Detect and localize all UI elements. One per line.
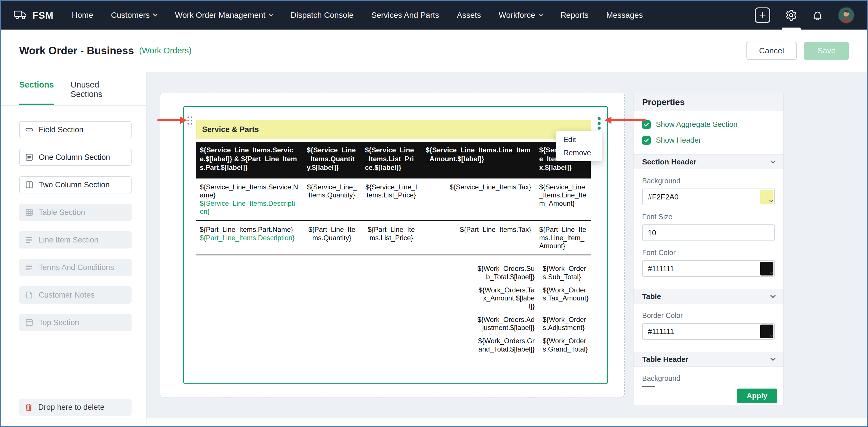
checkbox-checked-icon [642, 120, 651, 129]
apply-bar: Apply [633, 387, 783, 405]
aggregate-value: ${Work_Orders.Tax_Amount} [542, 286, 591, 311]
section-card-label: Customer Notes [39, 291, 95, 300]
table-cell: ${Service_Line_Items.List_Price} [361, 178, 422, 220]
template-page: Service & Parts Edit Remove [160, 93, 625, 397]
nav-item-reports[interactable]: Reports [560, 10, 589, 20]
cancel-button[interactable]: Cancel [746, 41, 797, 60]
quick-create-button[interactable]: + [755, 7, 770, 23]
top-nav: FSM Home Customers Work Order Management… [1, 1, 867, 30]
tab-sections[interactable]: Sections [19, 80, 54, 105]
field-label: Font Size [642, 212, 775, 221]
section-card-label: Table Section [39, 208, 85, 217]
table-header-cell: ${Service_Line_Items.Service.$[label]} &… [196, 142, 303, 178]
terms-and-conditions-icon [25, 263, 34, 272]
font-size-input[interactable] [642, 224, 775, 241]
chevron-down-icon [770, 355, 775, 361]
table-cell: ${Part_Line_Items.Quantity} [303, 221, 361, 255]
table-cell: ${Service_Line_Items.Quantity} [303, 178, 361, 220]
aggregate-row-sub-total: ${Work_Orders.Sub_Total.$[label]} ${Work… [196, 264, 591, 281]
fsm-truck-logo-icon [13, 9, 27, 21]
field-label: Font Color [642, 249, 775, 257]
border-color-input[interactable] [642, 323, 775, 340]
user-avatar[interactable] [838, 7, 855, 24]
table-cell: ${Service_Line_Items.Line_Item_Amount} [535, 178, 591, 220]
field-section-icon [25, 125, 34, 134]
menu-item-remove[interactable]: Remove [556, 146, 602, 159]
section-card-customer-notes[interactable]: Customer Notes [19, 286, 131, 304]
delete-drop-zone[interactable]: Drop here to delete [19, 399, 131, 416]
nav-item-home[interactable]: Home [72, 10, 93, 20]
drop-zone-label: Drop here to delete [38, 403, 104, 412]
checkbox-checked-icon [642, 136, 651, 145]
top-section-icon [25, 318, 34, 327]
show-aggregate-section-checkbox[interactable]: Show Aggregate Section [642, 120, 775, 129]
group-table-header[interactable]: Table Header [633, 352, 783, 367]
aggregate-label: ${Work_Orders.Grand_Total.$[label]} [477, 337, 535, 353]
section-card-field-section[interactable]: Field Section [19, 121, 131, 138]
section-card-label: Line Item Section [39, 236, 99, 245]
primary-nav: Home Customers Work Order Management Dis… [72, 10, 643, 20]
apply-button[interactable]: Apply [737, 389, 777, 403]
part-description-field: ${Part_Line_Items.Description} [200, 234, 299, 242]
section-header-row: Service & Parts [196, 120, 607, 139]
table-row-service: ${Service_Line_Items.Service.Name} ${Ser… [196, 178, 591, 221]
menu-item-edit[interactable]: Edit [556, 133, 602, 146]
nav-item-customers[interactable]: Customers [111, 10, 157, 20]
trash-icon [24, 403, 33, 411]
background-color-input[interactable] [642, 189, 775, 205]
section-card-label: Two Column Section [39, 180, 110, 190]
field-border-color: Border Color [633, 311, 783, 340]
annotation-arrow-right-pointing [157, 119, 180, 121]
sidebar-tabs: Sections Unused Sections [1, 72, 146, 106]
nav-item-work-order-management[interactable]: Work Order Management [175, 10, 273, 20]
nav-item-services-and-parts[interactable]: Services And Parts [371, 10, 439, 20]
context-menu: Edit Remove [556, 131, 602, 161]
nav-item-workforce[interactable]: Workforce [499, 10, 542, 20]
tab-unused-sections[interactable]: Unused Sections [70, 80, 128, 105]
nav-item-dispatch-console[interactable]: Dispatch Console [291, 10, 353, 20]
group-section-header[interactable]: Section Header [633, 154, 783, 169]
font-color-input[interactable] [642, 260, 775, 277]
two-column-section-icon [25, 180, 34, 189]
line-items-table: ${Service_Line_Items.Service.$[label]} &… [196, 142, 591, 255]
table-cell: ${Service_Line_Items.Tax} [422, 178, 535, 220]
section-card-one-column-section[interactable]: One Column Section [19, 149, 131, 166]
section-card-terms-and-conditions[interactable]: Terms And Conditions [19, 259, 131, 276]
service-name-field: ${Service_Line_Items.Service.Name} [200, 183, 299, 199]
checkbox-label: Show Aggregate Section [656, 120, 738, 129]
nav-item-label: Workforce [499, 10, 535, 20]
brand-name: FSM [32, 10, 53, 21]
content: Sections Unused Sections Field Section O… [1, 72, 867, 426]
part-name-field: ${Part_Line_Items.Part.Name} [200, 226, 299, 234]
active-nav-indicator [782, 28, 801, 30]
show-header-checkbox[interactable]: Show Header [642, 136, 775, 145]
section-card-two-column-section[interactable]: Two Column Section [19, 176, 131, 193]
section-card-top-section[interactable]: Top Section [19, 314, 131, 331]
aggregate-label: ${Work_Orders.Adjustment.$[label]} [477, 316, 535, 332]
section-header-bar[interactable]: Service & Parts [196, 120, 591, 139]
nav-item-label: Work Order Management [175, 10, 265, 20]
one-column-section-icon [25, 153, 34, 162]
nav-item-assets[interactable]: Assets [457, 10, 481, 20]
settings-gear-icon[interactable] [785, 1, 797, 30]
properties-title: Properties [633, 93, 783, 111]
table-cell: ${Service_Line_Items.Service.Name} ${Ser… [196, 178, 303, 220]
section-card-label: One Column Section [39, 153, 110, 162]
sections-sidebar: Sections Unused Sections Field Section O… [1, 72, 147, 426]
notifications-bell-icon[interactable] [812, 1, 823, 30]
line-item-section-icon [25, 236, 34, 244]
field-font-size: Font Size [633, 212, 783, 241]
chevron-down-icon [770, 158, 775, 163]
table-row-part: ${Part_Line_Items.Part.Name} ${Part_Line… [196, 221, 591, 255]
save-button[interactable]: Save [804, 41, 849, 60]
table-header-row: ${Service_Line_Items.Service.$[label]} &… [196, 142, 591, 178]
section-card-table-section[interactable]: Table Section [19, 204, 131, 221]
table-section-icon [25, 208, 34, 217]
drag-handle-icon[interactable] [187, 116, 192, 124]
brand[interactable]: FSM [13, 9, 53, 21]
group-table[interactable]: Table [633, 289, 783, 304]
aggregate-label: ${Work_Orders.Tax_Amount.$[label]} [477, 286, 535, 311]
service-parts-section[interactable]: Service & Parts Edit Remove [183, 106, 608, 384]
nav-item-messages[interactable]: Messages [606, 10, 643, 20]
section-card-line-item-section[interactable]: Line Item Section [19, 231, 131, 249]
